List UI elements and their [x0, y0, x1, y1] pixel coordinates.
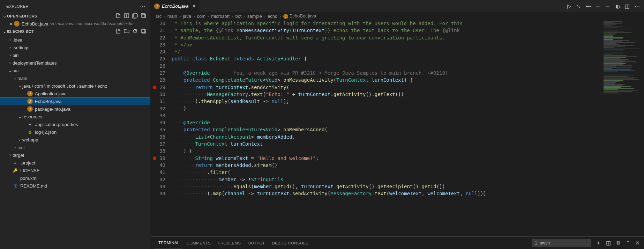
breadcrumb[interactable]: src›main›java›com›microsoft›bot›sample›e… — [151, 12, 644, 20]
file-log4j2-json[interactable]: {}log4j2.json — [0, 128, 150, 136]
explorer-header: EXPLORER ⋯ — [0, 0, 150, 12]
compare-changes-icon[interactable]: ⇋ — [576, 3, 581, 9]
json-file-icon: {} — [27, 129, 33, 135]
folder-main[interactable]: ⌄main — [0, 74, 150, 82]
folder-java-com-microsoft-bot-sample-echo[interactable]: ⌄java \ com \ microsoft \ bot \ sample \… — [0, 82, 150, 90]
open-editor-item[interactable]: ✕ J EchoBot.java src\main\java\com\micro… — [0, 20, 150, 28]
folder-deploymenttemplates[interactable]: ›deploymentTemplates — [0, 59, 150, 67]
folder-test[interactable]: ›test — [0, 144, 150, 151]
maximize-panel-icon[interactable]: ⌃ — [626, 240, 630, 246]
open-editors-header[interactable]: ⌄ OPEN EDITORS — [0, 12, 150, 20]
panel-tab-output[interactable]: OUTPUT — [244, 237, 268, 249]
editor-area: J EchoBot.java ✕ ▷ ⇋ ⊷ ⊸ ⊷ ◐ ◫ ⋯ src›mai… — [151, 0, 644, 249]
folder-target[interactable]: ›target — [0, 151, 150, 159]
project-label: 02.ECHO-BOT — [7, 29, 34, 34]
svg-rect-0 — [125, 14, 126, 18]
line-gutter[interactable]: 2021222324252627282930313233343536373839… — [151, 20, 172, 236]
kill-terminal-icon[interactable]: 🗑 — [616, 240, 621, 246]
panel-tab-comments[interactable]: COMMENTS — [183, 237, 214, 249]
more-actions-icon[interactable]: ⋯ — [635, 3, 640, 9]
new-terminal-icon[interactable]: ＋ — [596, 240, 601, 246]
folder--idea[interactable]: ›.idea — [0, 36, 150, 44]
java-file-icon: J — [27, 91, 33, 96]
chevron-icon: › — [8, 153, 13, 158]
code-editor[interactable]: 2021222324252627282930313233343536373839… — [151, 20, 644, 236]
file-pom-xml[interactable]: pom.xml — [0, 174, 150, 182]
java-file-icon: J — [14, 21, 20, 27]
tab-echobot[interactable]: J EchoBot.java ✕ — [151, 0, 200, 12]
file-application-java[interactable]: JApplication.java — [0, 90, 150, 97]
tree-label: .project — [20, 160, 35, 166]
refresh-icon[interactable] — [132, 28, 138, 35]
close-icon[interactable]: ✕ — [8, 21, 14, 27]
folder--settings[interactable]: ›.settings — [0, 44, 150, 51]
chevron-down-icon: ⌄ — [2, 14, 7, 19]
split-terminal-icon[interactable]: ◫ — [606, 240, 611, 246]
save-all-icon[interactable] — [132, 13, 138, 19]
file-readme-md[interactable]: ⓘREADME.md — [0, 182, 150, 190]
file-package-info-java[interactable]: Jpackage-info.java — [0, 105, 150, 113]
breadcrumb-segment[interactable]: java — [183, 14, 191, 19]
chevron-down-icon: ⌄ — [2, 29, 7, 34]
tab-bar: J EchoBot.java ✕ ▷ ⇋ ⊷ ⊸ ⊷ ◐ ◫ ⋯ — [151, 0, 644, 12]
minimap[interactable] — [602, 20, 644, 236]
breadcrumb-segment[interactable]: bot — [235, 14, 241, 19]
props-file-icon: ≡ — [27, 122, 33, 127]
tree-label: Application.java — [35, 91, 67, 96]
file-license[interactable]: 🔑LICENSE — [0, 167, 150, 174]
panel-tab-terminal[interactable]: TERMINAL — [155, 237, 183, 249]
git-prev-icon[interactable]: ⊸ — [596, 3, 600, 9]
chevron-icon: ⌄ — [8, 68, 13, 73]
folder-src[interactable]: ⌄src — [0, 67, 150, 74]
tree-label: target — [13, 153, 24, 158]
split-editor-icon[interactable]: ◫ — [625, 3, 630, 9]
folder-webapp[interactable]: ›webapp — [0, 136, 150, 144]
terminal-select[interactable]: 1: pwsh — [532, 239, 591, 247]
breadcrumb-segment[interactable]: sample — [247, 14, 262, 19]
tree-label: README.md — [20, 183, 47, 189]
run-icon[interactable]: ▷ — [567, 3, 571, 9]
explorer-panel: EXPLORER ⋯ ⌄ OPEN EDITORS ✕ J EchoBot.ja… — [0, 0, 151, 249]
file--project[interactable]: ≡.project — [0, 159, 150, 167]
panel-tab-debug-console[interactable]: DEBUG CONSOLE — [268, 237, 312, 249]
close-panel-icon[interactable]: ✕ — [635, 240, 640, 246]
explorer-more-icon[interactable]: ⋯ — [138, 3, 148, 9]
file-echobot-java[interactable]: JEchoBot.java — [0, 97, 150, 105]
tab-label: EchoBot.java — [162, 3, 189, 9]
collapse-all-icon[interactable] — [141, 28, 146, 35]
tree-label: test — [17, 145, 25, 150]
chevron-icon: ⌄ — [17, 83, 22, 88]
close-icon[interactable]: ✕ — [192, 3, 196, 9]
tree-label: pom.xml — [20, 176, 37, 181]
breadcrumb-segment[interactable]: src — [156, 14, 162, 19]
info-file-icon: ⓘ — [13, 183, 18, 189]
props-file-icon: ≡ — [13, 160, 18, 166]
toggle-layout-icon[interactable] — [124, 13, 129, 19]
breadcrumb-segment[interactable]: JEchoBot.java — [283, 13, 316, 19]
folder-bin[interactable]: ›bin — [0, 51, 150, 59]
tree-label: webapp — [22, 137, 38, 142]
file-application-properties[interactable]: ≡application.properties — [0, 120, 150, 128]
tree-label: deploymentTemplates — [13, 60, 57, 66]
panel-tab-problems[interactable]: PROBLEMS — [214, 237, 244, 249]
tree-label: main — [17, 76, 27, 81]
breadcrumb-segment[interactable]: main — [167, 14, 177, 19]
code-content[interactable]: * This is where application specific log… — [172, 20, 602, 236]
project-header[interactable]: ⌄ 02.ECHO-BOT — [0, 28, 150, 35]
tree-label: .idea — [13, 37, 22, 43]
folder-resources[interactable]: ⌄resources — [0, 113, 150, 120]
tree-label: resources — [22, 114, 42, 119]
open-editors-label: OPEN EDITORS — [7, 14, 37, 18]
breadcrumb-segment[interactable]: microsoft — [211, 14, 230, 19]
new-folder-icon[interactable] — [124, 28, 129, 35]
open-changes-icon[interactable]: ◐ — [615, 3, 620, 9]
chevron-icon: ⌄ — [13, 76, 17, 81]
new-file-icon[interactable] — [115, 28, 121, 35]
git-commit-icon[interactable]: ⊷ — [586, 3, 591, 9]
close-all-icon[interactable] — [141, 13, 146, 19]
breadcrumb-segment[interactable]: echo — [268, 14, 277, 19]
new-file-icon[interactable] — [115, 13, 121, 19]
git-next-icon[interactable]: ⊷ — [605, 3, 611, 9]
breadcrumb-segment[interactable]: com — [197, 14, 205, 19]
tree-label: package-info.java — [35, 107, 70, 112]
